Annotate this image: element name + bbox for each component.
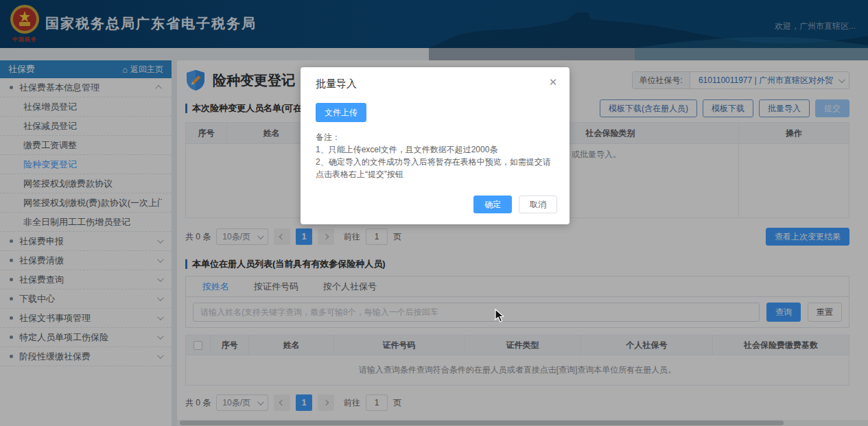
confirm-button[interactable]: 确定 [473,196,512,213]
note-title: 备注： [316,131,554,143]
app-root: 中国税务 国家税务总局广东省电子税务局 欢迎，广州市直辖区... 社保费 ⌂ 返… [0,0,868,426]
batch-import-dialog: 批量导入 ✕ 文件上传 备注： 1、只能上传excel文件，且文件数据不超过20… [301,67,570,224]
note-line-1: 1、只能上传excel文件，且文件数据不超过2000条 [316,143,554,156]
cancel-button[interactable]: 取消 [519,196,557,213]
close-icon[interactable]: ✕ [546,75,560,89]
file-upload-button[interactable]: 文件上传 [316,103,366,122]
dialog-title: 批量导入 [316,78,357,89]
note-line-2: 2、确定导入的文件成功导入后将暂存在表格中预览，如需提交请点击表格右上“提交”按… [316,156,554,180]
